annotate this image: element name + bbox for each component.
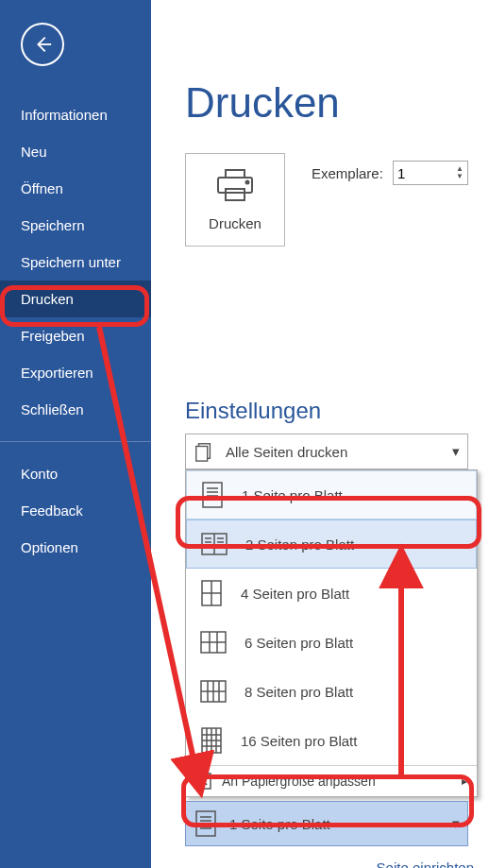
print-pane: Drucken Drucken Exemplare: 1 ▲ ▼ Einstel…: [151, 0, 489, 868]
nav-feedback[interactable]: Feedback: [0, 492, 151, 529]
chevron-down-icon: ▼: [456, 173, 464, 180]
nav-freigeben[interactable]: Freigeben: [0, 317, 151, 354]
copies-spinner[interactable]: ▲ ▼: [456, 165, 464, 180]
svg-point-3: [246, 181, 249, 184]
arrow-left-icon: [32, 34, 53, 55]
pages-icon: [194, 441, 214, 462]
six-page-icon: [199, 630, 228, 655]
pages-per-sheet-value: 1 Seite pro Blatt: [229, 816, 330, 832]
svg-rect-2: [226, 189, 244, 200]
svg-rect-6: [203, 483, 222, 507]
copies-value: 1: [397, 165, 456, 181]
nav-divider: [0, 441, 151, 442]
menu-16-per-sheet[interactable]: 16 Seiten pro Blatt: [186, 716, 477, 765]
caret-down-icon: ▾: [452, 443, 460, 460]
svg-rect-5: [196, 447, 208, 462]
print-button[interactable]: Drucken: [185, 153, 285, 247]
backstage-sidebar: Informationen Neu Öffnen Speichern Speic…: [0, 0, 151, 868]
fit-page-icon: [195, 772, 212, 791]
svg-rect-1: [218, 178, 252, 193]
nav-schliessen[interactable]: Schließen: [0, 391, 151, 428]
svg-rect-39: [196, 811, 215, 836]
menu-1-per-sheet[interactable]: 1 Seite pro Blatt: [186, 470, 477, 519]
nav-drucken[interactable]: Drucken: [0, 281, 151, 317]
print-range-dropdown[interactable]: Alle Seiten drucken ▾: [185, 434, 468, 469]
four-page-icon: [199, 579, 224, 607]
printer-icon: [214, 168, 256, 204]
menu-4-per-sheet[interactable]: 4 Seiten pro Blatt: [186, 569, 477, 618]
menu-8-per-sheet[interactable]: 8 Seiten pro Blatt: [186, 667, 477, 716]
pages-per-sheet-dropdown[interactable]: 1 Seite pro Blatt ▾: [185, 801, 468, 846]
page-title: Drucken: [185, 79, 478, 127]
pages-per-sheet-menu: 1 Seite pro Blatt 2 Seiten pro Blatt 4 S…: [185, 469, 478, 797]
nav-konto[interactable]: Konto: [0, 455, 151, 492]
one-page-icon: [194, 809, 218, 838]
nav-exportieren[interactable]: Exportieren: [0, 354, 151, 391]
print-range-label: Alle Seiten drucken: [226, 444, 347, 460]
page-setup-link[interactable]: Seite einrichten: [185, 859, 478, 868]
nav-neu[interactable]: Neu: [0, 133, 151, 170]
back-button[interactable]: [21, 23, 64, 66]
chevron-right-icon: ▸: [462, 774, 467, 788]
two-page-icon: [200, 532, 228, 556]
nav-speichern[interactable]: Speichern: [0, 207, 151, 244]
nav-optionen[interactable]: Optionen: [0, 529, 151, 566]
copies-label: Exemplare:: [312, 165, 383, 181]
eight-page-icon: [199, 679, 228, 704]
nav-oeffnen[interactable]: Öffnen: [0, 170, 151, 207]
menu-2-per-sheet[interactable]: 2 Seiten pro Blatt: [186, 519, 477, 569]
settings-title: Einstellungen: [185, 398, 478, 424]
menu-fit-to-paper[interactable]: An Papiergröße anpassen ▸: [186, 766, 477, 796]
caret-down-icon: ▾: [452, 815, 460, 832]
sixteen-page-icon: [199, 726, 224, 755]
copies-input[interactable]: 1 ▲ ▼: [393, 161, 468, 185]
print-button-label: Drucken: [209, 215, 261, 231]
one-page-icon: [200, 481, 225, 509]
nav-speichern-unter[interactable]: Speichern unter: [0, 244, 151, 281]
nav-informationen[interactable]: Informationen: [0, 96, 151, 133]
menu-6-per-sheet[interactable]: 6 Seiten pro Blatt: [186, 618, 477, 667]
svg-rect-0: [226, 170, 244, 178]
